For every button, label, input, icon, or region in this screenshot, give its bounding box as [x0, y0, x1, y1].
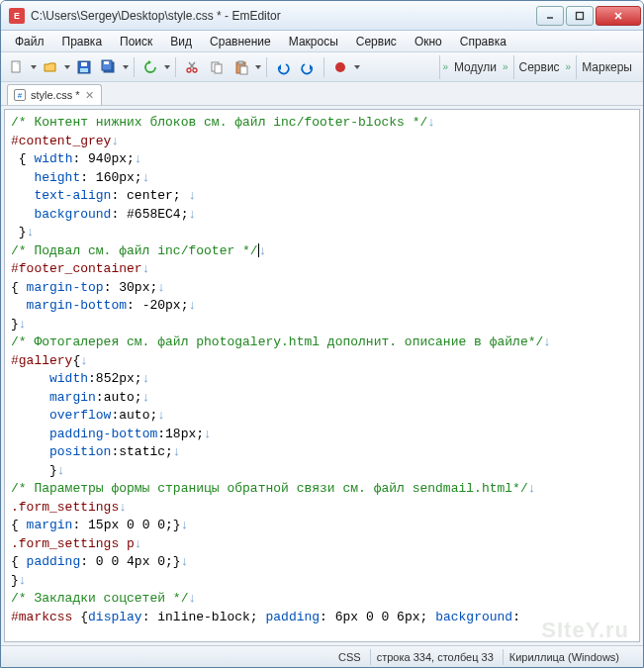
titlebar: E C:\Users\Sergey\Desktop\style.css * - …: [1, 1, 643, 31]
toolbar: »Модули» Сервис» Маркеры: [1, 52, 643, 82]
code-line[interactable]: /* Закладки соцсетей */↓: [11, 590, 633, 609]
chevron-icon: »: [442, 61, 448, 72]
editor-container: /* Контент нижних блоков см. файл inc/fo…: [1, 106, 643, 645]
status-language: CSS: [332, 649, 367, 665]
toolbar-separator: [266, 57, 267, 77]
code-editor[interactable]: /* Контент нижних блоков см. файл inc/fo…: [4, 109, 640, 642]
cut-button[interactable]: [180, 55, 204, 79]
statusbar: CSS строка 334, столбец 33 Кириллица (Wi…: [1, 645, 643, 667]
menu-help[interactable]: Справка: [452, 33, 514, 50]
tab-stylecss[interactable]: # style.css * ✕: [7, 84, 102, 105]
save-button[interactable]: [72, 55, 96, 79]
toolbar-tools-group[interactable]: Сервис»: [513, 55, 576, 79]
svg-rect-7: [80, 68, 88, 72]
app-icon: E: [9, 8, 25, 24]
toolbar-modules-group[interactable]: »Модули»: [439, 55, 511, 79]
toolbar-separator: [323, 57, 324, 77]
tab-label: style.css *: [31, 89, 80, 101]
toolbar-separator: [175, 57, 176, 77]
chevron-icon: »: [566, 61, 572, 72]
menu-edit[interactable]: Правка: [54, 33, 111, 50]
copy-button[interactable]: [205, 55, 229, 79]
paste-button[interactable]: [230, 55, 253, 79]
toolbar-markers-group[interactable]: Маркеры: [576, 55, 639, 79]
code-line[interactable]: { margin: 15px 0 0 0;}↓: [11, 517, 633, 535]
code-line[interactable]: margin-bottom: -20px;↓: [11, 297, 633, 316]
window-title: C:\Users\Sergey\Desktop\style.css * - Em…: [31, 9, 534, 23]
code-line[interactable]: margin:auto;↓: [11, 389, 633, 408]
new-dropdown-icon[interactable]: [30, 65, 38, 69]
toolbar-tools-label: Сервис: [516, 60, 563, 74]
window-controls: [534, 6, 641, 26]
menu-tools[interactable]: Сервис: [348, 33, 405, 50]
code-line[interactable]: width:852px;↓: [11, 370, 633, 389]
code-line[interactable]: #footer_container↓: [11, 260, 633, 279]
code-line[interactable]: { margin-top: 30px;↓: [11, 279, 633, 298]
code-line[interactable]: /* Контент нижних блоков см. файл inc/fo…: [11, 114, 633, 133]
code-line[interactable]: }↓: [11, 462, 633, 481]
code-line[interactable]: padding-bottom:18px;↓: [11, 426, 633, 444]
code-line[interactable]: }↓: [11, 572, 633, 591]
chevron-icon: »: [503, 61, 508, 72]
code-line[interactable]: text-align: center; ↓: [11, 187, 633, 206]
paste-dropdown-icon[interactable]: [254, 65, 262, 69]
menu-view[interactable]: Вид: [162, 33, 200, 50]
menu-macros[interactable]: Макросы: [281, 33, 346, 50]
svg-rect-18: [238, 61, 243, 64]
code-line[interactable]: }↓: [11, 224, 633, 242]
close-button[interactable]: [596, 6, 641, 26]
macro-dropdown-icon[interactable]: [353, 65, 361, 69]
minimize-button[interactable]: [536, 6, 564, 26]
svg-rect-16: [215, 64, 222, 73]
macro-button[interactable]: [328, 55, 352, 79]
undo-button[interactable]: [271, 55, 295, 79]
menu-compare[interactable]: Сравнение: [202, 33, 279, 50]
svg-point-12: [193, 68, 197, 72]
svg-rect-19: [240, 66, 247, 74]
redo-button[interactable]: [296, 55, 320, 79]
svg-rect-1: [577, 12, 584, 19]
code-line[interactable]: /* Параметры формы страницы обратной свя…: [11, 480, 633, 499]
new-file-button[interactable]: [5, 55, 29, 79]
file-icon: #: [14, 89, 26, 101]
maximize-button[interactable]: [566, 6, 594, 26]
svg-rect-10: [104, 61, 109, 64]
reload-dropdown-icon[interactable]: [163, 65, 171, 69]
open-dropdown-icon[interactable]: [63, 65, 71, 69]
code-line[interactable]: background: #658EC4;↓: [11, 206, 633, 225]
menu-search[interactable]: Поиск: [112, 33, 160, 50]
code-line[interactable]: { width: 940px;↓: [11, 150, 633, 169]
code-line[interactable]: .form_settings p↓: [11, 535, 633, 554]
watermark: SIteY.ru: [541, 621, 629, 640]
menubar: Файл Правка Поиск Вид Сравнение Макросы …: [1, 31, 643, 52]
save-all-button[interactable]: [97, 55, 121, 79]
code-line[interactable]: #content_grey↓: [11, 133, 633, 151]
menu-file[interactable]: Файл: [7, 33, 52, 50]
code-line[interactable]: overflow:auto;↓: [11, 407, 633, 426]
code-line[interactable]: .form_settings↓: [11, 499, 633, 518]
code-line[interactable]: /* Фотогалерея см. файл photogalery.html…: [11, 334, 633, 352]
code-line[interactable]: { padding: 0 0 4px 0;}↓: [11, 553, 633, 572]
status-position: строка 334, столбец 33: [370, 649, 500, 665]
status-encoding: Кириллица (Windows): [503, 649, 625, 665]
code-line[interactable]: position:static;↓: [11, 443, 633, 462]
toolbar-separator: [134, 57, 135, 77]
code-line[interactable]: #gallery{↓: [11, 352, 633, 371]
svg-point-20: [335, 62, 345, 72]
code-line[interactable]: }↓: [11, 316, 633, 334]
toolbar-markers-label: Маркеры: [579, 60, 635, 74]
svg-point-11: [187, 68, 191, 72]
open-file-button[interactable]: [39, 55, 62, 79]
tab-close-icon[interactable]: ✕: [85, 90, 95, 100]
tabbar: # style.css * ✕: [1, 82, 643, 106]
reload-button[interactable]: [138, 55, 162, 79]
save-dropdown-icon[interactable]: [122, 65, 130, 69]
svg-rect-6: [81, 62, 87, 66]
svg-rect-4: [12, 61, 20, 72]
toolbar-modules-label: Модули: [451, 60, 500, 74]
menu-window[interactable]: Окно: [407, 33, 450, 50]
code-line[interactable]: /* Подвал см. файл inc/footer */↓: [11, 242, 633, 261]
code-line[interactable]: #markcss {display: inline-block; padding…: [11, 609, 633, 627]
app-window: E C:\Users\Sergey\Desktop\style.css * - …: [0, 0, 644, 668]
code-line[interactable]: height: 160px;↓: [11, 169, 633, 188]
